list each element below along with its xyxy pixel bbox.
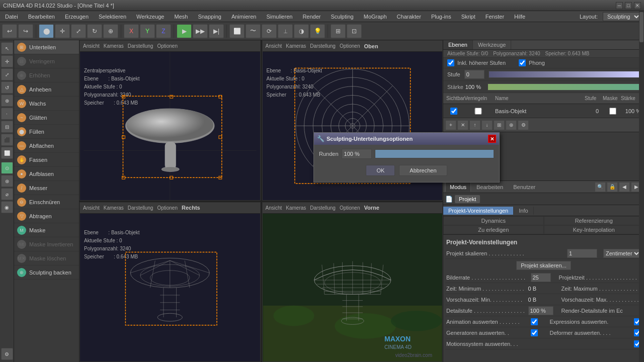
menu-selektieren[interactable]: Selektieren: [97, 13, 128, 21]
proj-unit-select[interactable]: Zentimeter Meter Millimeter: [603, 249, 641, 258]
sculpting-dialog[interactable]: 🔧 Sculpting-Unterteilungsoptionen ✕ Rund…: [313, 132, 500, 183]
light-button[interactable]: 💡: [310, 24, 325, 38]
menu-hilfe[interactable]: Hilfe: [512, 13, 527, 21]
tab-modus[interactable]: Modus: [445, 182, 471, 192]
gen-button[interactable]: ⟳: [262, 24, 277, 38]
lt-pt-mode[interactable]: ·: [1, 108, 13, 120]
tool-glätten[interactable]: ~ Glätten: [14, 111, 79, 125]
tool-sculpting-backen[interactable]: ⊛ Sculpting backen: [14, 265, 79, 280]
layout-select[interactable]: Sculpting: [603, 12, 641, 21]
render-button[interactable]: ▶: [177, 24, 192, 38]
vp-menu-optionen-bl[interactable]: Optionen: [157, 205, 178, 211]
menu-skript[interactable]: Skript: [459, 13, 477, 21]
layer-maske-checkbox[interactable]: [608, 108, 618, 115]
menu-render[interactable]: Render: [300, 13, 323, 21]
pt2-dynamics[interactable]: Dynamics: [443, 216, 544, 225]
tool-abtragen[interactable]: ▽ Abtragen: [14, 209, 79, 223]
prop-arrow-left[interactable]: ◀: [619, 182, 630, 192]
rotate-button[interactable]: ↻: [87, 24, 102, 38]
tool-aufblasen[interactable]: ● Aufblasen: [14, 167, 79, 181]
vp-menu-darstellung-tl[interactable]: Darstellung: [128, 43, 153, 49]
layer-add-button[interactable]: +: [445, 120, 456, 130]
pt-projekt-voreinstellungen[interactable]: Projekt-Voreinstellungen: [443, 207, 514, 215]
layer-move-down-button[interactable]: ↓: [481, 120, 493, 130]
close-button[interactable]: ✕: [634, 2, 641, 9]
lt-rotate[interactable]: ↺: [1, 81, 13, 94]
render-region-button[interactable]: ▶▶: [193, 24, 208, 38]
scale-button[interactable]: ⤢: [71, 24, 86, 38]
z-axis-button[interactable]: Z: [156, 24, 171, 38]
dialog-runden-input[interactable]: [342, 149, 372, 159]
menu-erzeugen[interactable]: Erzeugen: [63, 13, 91, 21]
minimize-button[interactable]: ─: [616, 2, 623, 9]
proj-skalieren-btn[interactable]: Projekt skalieren...: [516, 261, 571, 270]
object-mode-button[interactable]: ⬤: [39, 24, 54, 38]
pt-info[interactable]: Info: [514, 207, 533, 215]
redo-button[interactable]: ↪: [18, 24, 33, 38]
tab-benutzer[interactable]: Benutzer: [509, 182, 540, 192]
lt-obj-mode[interactable]: ⬜: [1, 147, 13, 159]
tool-füllen[interactable]: ⬤ Füllen: [14, 125, 79, 139]
nav-projekt[interactable]: Projekt: [455, 195, 480, 203]
vp-menu-darstellung-bl[interactable]: Darstellung: [128, 205, 153, 211]
layer-visible-checkbox[interactable]: [446, 108, 461, 115]
tool-unterteilen[interactable]: ⊞ Unterteilen: [14, 40, 79, 54]
tab-ebenen[interactable]: Ebenen: [443, 40, 473, 49]
menu-animieren[interactable]: Animieren: [229, 13, 259, 21]
y-axis-button[interactable]: Y: [140, 24, 155, 38]
tool-anheben[interactable]: △ Anheben: [14, 82, 79, 97]
viewport-right[interactable]: Ansicht Kameras Darstellung Optionen Rec…: [79, 202, 261, 363]
vp-menu-darstellung-br[interactable]: Darstellung: [310, 205, 336, 211]
pt2-key-interpolation[interactable]: Key-Interpolation: [544, 225, 645, 234]
vp-menu-ansicht-br[interactable]: Ansicht: [266, 205, 282, 211]
dialog-ok-button[interactable]: OK: [366, 165, 395, 176]
layer-del-button[interactable]: ✕: [457, 120, 468, 130]
proj-detailstufe-input[interactable]: [528, 306, 553, 315]
viewport-front-content[interactable]: Ebene : Basis-Objekt Aktuelle Stufe : 0 …: [263, 214, 443, 362]
vp-menu-kameras-br[interactable]: Kameras: [286, 205, 306, 211]
vp-menu-kameras-tl[interactable]: Kameras: [104, 43, 124, 49]
vp-menu-kameras-bl[interactable]: Kameras: [104, 205, 124, 211]
menu-plugins[interactable]: Plug-ins: [429, 13, 453, 21]
menu-mograph[interactable]: MoGraph: [362, 13, 389, 21]
vp-menu-kameras-tr[interactable]: Kameras: [286, 43, 306, 49]
lt-settings[interactable]: ⚙: [1, 348, 13, 360]
pt2-referenzierung[interactable]: Referenzierung: [544, 216, 645, 225]
animation-checkbox[interactable]: [531, 318, 538, 325]
lt-magnet[interactable]: ⊛: [1, 175, 13, 187]
layer-merge-button[interactable]: ⊞: [494, 120, 505, 130]
lt-brush[interactable]: ⊙: [1, 162, 13, 174]
maximize-button[interactable]: □: [625, 2, 632, 9]
stufe-input[interactable]: [464, 70, 485, 79]
menu-fenster[interactable]: Fenster: [484, 13, 506, 21]
lt-edge-mode[interactable]: ⊟: [1, 121, 13, 133]
tool-fassen[interactable]: ✋ Fassen: [14, 153, 79, 167]
lt-transform[interactable]: ⊕: [1, 95, 13, 107]
deformer-button[interactable]: ⟂: [278, 24, 293, 38]
tab-werkzeuge[interactable]: Werkzeuge: [473, 40, 511, 49]
scrollbar[interactable]: [639, 181, 644, 362]
vp-menu-optionen-br[interactable]: Optionen: [340, 205, 360, 211]
lt-move[interactable]: ✛: [1, 55, 13, 67]
layer-settings-button[interactable]: ⚙: [518, 120, 529, 130]
menu-werkzeuge[interactable]: Werkzeuge: [134, 13, 166, 21]
viewport-front[interactable]: Ansicht Kameras Darstellung Optionen Vor…: [262, 202, 443, 363]
undo-button[interactable]: ↩: [2, 24, 17, 38]
vp-menu-ansicht-tr[interactable]: Ansicht: [266, 43, 282, 49]
transform-button[interactable]: ⊕: [103, 24, 118, 38]
vp-menu-optionen-tr[interactable]: Optionen: [340, 43, 360, 49]
tool-abflachen[interactable]: — Abflachen: [14, 139, 79, 153]
dialog-close-button[interactable]: ✕: [488, 135, 496, 143]
viewport-perspective-content[interactable]: Zentralperspektive Ebene : Basis-Objekt …: [80, 52, 260, 200]
generatoren-checkbox[interactable]: [531, 329, 538, 336]
lt-knife[interactable]: ⌀: [1, 188, 13, 200]
vp-menu-optionen-tl[interactable]: Optionen: [157, 43, 178, 49]
proj-skalieren-input[interactable]: [567, 249, 597, 258]
dialog-runden-slider[interactable]: [375, 149, 494, 158]
cube-button[interactable]: ⬜: [229, 24, 245, 38]
viewport-perspective[interactable]: Ansicht Kameras Darstellung Optionen Zen…: [79, 40, 261, 201]
vp-menu-ansicht-bl[interactable]: Ansicht: [83, 205, 100, 211]
prop-search-button[interactable]: 🔍: [595, 182, 606, 192]
pt2-zu-erledigen[interactable]: Zu erledigen: [443, 225, 544, 234]
phong-checkbox[interactable]: [519, 59, 526, 66]
